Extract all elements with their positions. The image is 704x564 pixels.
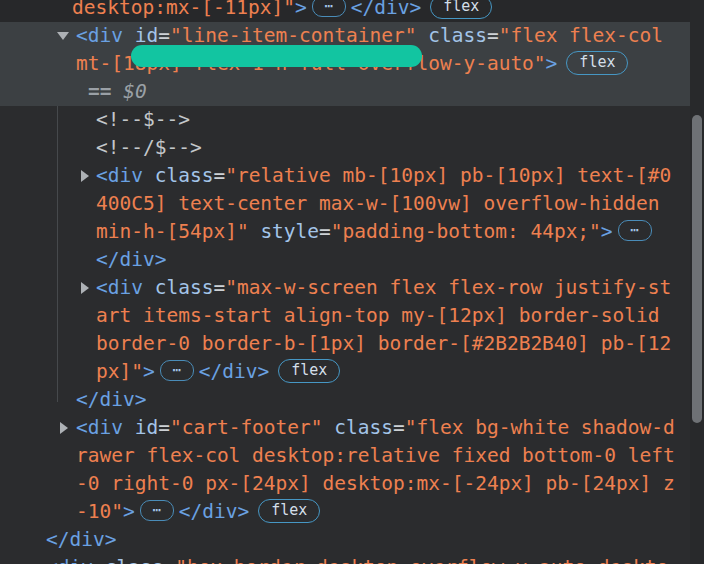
syntax-token-comment: <!--$--> [96, 108, 190, 131]
syntax-token-val: px]" [96, 360, 143, 383]
dom-tree-row[interactable]: </div> [0, 246, 690, 274]
dom-tree-row[interactable]: </div> [0, 386, 690, 414]
dom-tree-row[interactable]: -10">⋯</div>flex [0, 498, 690, 526]
inline-expand-button[interactable]: ⋯ [312, 0, 346, 17]
flex-badge[interactable]: flex [278, 359, 340, 383]
teal-highlight-annotation [131, 45, 422, 67]
dom-tree-row[interactable]: border-0 border-b-[1px] border-[#2B2B2B4… [0, 330, 690, 358]
flex-badge[interactable]: flex [430, 0, 492, 19]
syntax-token-eq: = [163, 556, 175, 564]
syntax-token-eq: = [158, 24, 170, 47]
dom-node-text: </div> [76, 386, 146, 414]
syntax-token-val: -0 right-0 px-[24px] desktop:mx-[-24px] … [76, 472, 675, 495]
devtools-elements-panel: desktop:mx-[-11px]">⋯</div>flex<div id="… [0, 0, 704, 564]
syntax-token-val: min-h-[54px]" [96, 220, 260, 243]
dom-tree-row[interactable]: <div class="box-border desktop:overflow-… [0, 554, 690, 564]
syntax-token-tag: <div [96, 276, 155, 299]
syntax-token-tag: <div [76, 416, 135, 439]
syntax-token-eq: = [158, 416, 170, 439]
syntax-token-val: 400C5] text-center max-w-[100vw] overflo… [96, 192, 660, 215]
syntax-token-tag: > [143, 360, 155, 383]
syntax-token-attr: class [334, 416, 393, 439]
syntax-token-val: rawer flex-col desktop:relative fixed bo… [76, 444, 675, 467]
syntax-token-val: "flex bg-white shadow-d [405, 416, 675, 439]
syntax-token-eq: = [319, 220, 331, 243]
syntax-token-tag: </div> [76, 388, 146, 411]
dom-node-text: border-0 border-b-[1px] border-[#2B2B2B4… [96, 330, 671, 358]
syntax-token-tag: </div> [96, 248, 166, 271]
dom-node-text: min-h-[54px]" style="padding-bottom: 44p… [96, 218, 657, 246]
dom-node-text: -0 right-0 px-[24px] desktop:mx-[-24px] … [76, 470, 675, 498]
inline-expand-button[interactable]: ⋯ [618, 220, 652, 241]
syntax-token-attr: id [135, 416, 158, 439]
syntax-token-metaItalic: $0 [123, 80, 146, 103]
syntax-token-attr: id [135, 24, 158, 47]
dom-node-text: -10">⋯</div>flex [76, 498, 320, 526]
collapse-arrow-icon[interactable] [57, 32, 69, 40]
syntax-token-tag: <div [96, 164, 155, 187]
syntax-token-attr: class [105, 556, 164, 564]
dom-tree-row[interactable]: -0 right-0 px-[24px] desktop:mx-[-24px] … [0, 470, 690, 498]
syntax-token-attr: style [260, 220, 319, 243]
syntax-token-eq: = [487, 24, 499, 47]
dom-tree-row[interactable]: == $0 [0, 78, 690, 106]
syntax-token-tag: </div> [351, 0, 421, 19]
syntax-token-val: -10" [76, 500, 123, 523]
syntax-token-tag: > [601, 220, 613, 243]
syntax-token-tag: <div [46, 556, 105, 564]
syntax-token-val: "relative mb-[10px] pb-[10px] text-[#0 [225, 164, 671, 187]
syntax-token-val: "max-w-screen flex flex-row justify-st [225, 276, 671, 299]
dom-node-text: px]">⋯</div>flex [96, 358, 340, 386]
syntax-token-val: "padding-bottom: 44px;" [331, 220, 601, 243]
expand-arrow-icon[interactable] [81, 170, 89, 182]
syntax-token-eq: = [393, 416, 405, 439]
syntax-token-tag: > [546, 52, 558, 75]
syntax-token-val: "cart-footer" [170, 416, 334, 439]
dom-node-text: </div> [96, 246, 166, 274]
scrollbar-thumb[interactable] [692, 115, 702, 423]
dom-tree-row[interactable]: 400C5] text-center max-w-[100vw] overflo… [0, 190, 690, 218]
syntax-token-attr: class [428, 24, 487, 47]
syntax-token-comment: <!--/$--> [96, 136, 202, 159]
expand-arrow-icon[interactable] [60, 422, 68, 434]
dom-tree-row[interactable]: <div class="max-w-screen flex flex-row j… [0, 274, 690, 302]
flex-badge[interactable]: flex [566, 51, 628, 75]
syntax-token-eq: = [213, 276, 225, 299]
syntax-token-eq: = [213, 164, 225, 187]
dom-node-text: <div class="max-w-screen flex flex-row j… [96, 274, 671, 302]
dom-tree-row[interactable]: <!--$--> [0, 106, 690, 134]
dom-tree-row[interactable]: <div id="cart-footer" class="flex bg-whi… [0, 414, 690, 442]
syntax-token-attr: class [155, 276, 214, 299]
syntax-token-tag: </div> [179, 500, 249, 523]
dom-node-text: 400C5] text-center max-w-[100vw] overflo… [96, 190, 660, 218]
scrollbar[interactable] [690, 0, 704, 564]
dom-node-text: desktop:mx-[-11px]">⋯</div>flex [72, 0, 492, 22]
inline-expand-button[interactable]: ⋯ [140, 500, 174, 521]
expand-arrow-icon[interactable] [81, 282, 89, 294]
dom-node-text: <div class="box-border desktop:overflow-… [46, 554, 668, 564]
dom-tree-row[interactable]: desktop:mx-[-11px]">⋯</div>flex [0, 0, 690, 22]
dom-tree-row[interactable]: min-h-[54px]" style="padding-bottom: 44p… [0, 218, 690, 246]
dom-tree-row[interactable]: <!--/$--> [0, 134, 690, 162]
dom-tree-row[interactable]: px]">⋯</div>flex [0, 358, 690, 386]
dom-node-text: <!--/$--> [96, 134, 202, 162]
syntax-token-tag: </div> [46, 528, 116, 551]
syntax-token-val: "flex flex-col [499, 24, 663, 47]
dom-tree-row[interactable]: art items-start align-top my-[12px] bord… [0, 302, 690, 330]
flex-badge[interactable]: flex [258, 499, 320, 523]
dom-tree-row[interactable]: <div class="relative mb-[10px] pb-[10px]… [0, 162, 690, 190]
syntax-token-val: art items-start align-top my-[12px] bord… [96, 304, 660, 327]
syntax-token-tag: > [123, 500, 135, 523]
dom-node-text: == $0 [88, 78, 147, 106]
inline-expand-button[interactable]: ⋯ [160, 360, 194, 381]
dom-tree-row[interactable]: rawer flex-col desktop:relative fixed bo… [0, 442, 690, 470]
syntax-token-tag: </div> [199, 360, 269, 383]
dom-node-text: art items-start align-top my-[12px] bord… [96, 302, 660, 330]
syntax-token-val: "box-border desktop:overflow-y-auto desk… [175, 556, 668, 564]
syntax-token-tag: > [295, 0, 307, 19]
dom-node-text: </div> [46, 526, 116, 554]
dom-node-text: <div id="cart-footer" class="flex bg-whi… [76, 414, 675, 442]
syntax-token-attr: class [155, 164, 214, 187]
dom-node-text: <div class="relative mb-[10px] pb-[10px]… [96, 162, 671, 190]
dom-tree-row[interactable]: </div> [0, 526, 690, 554]
